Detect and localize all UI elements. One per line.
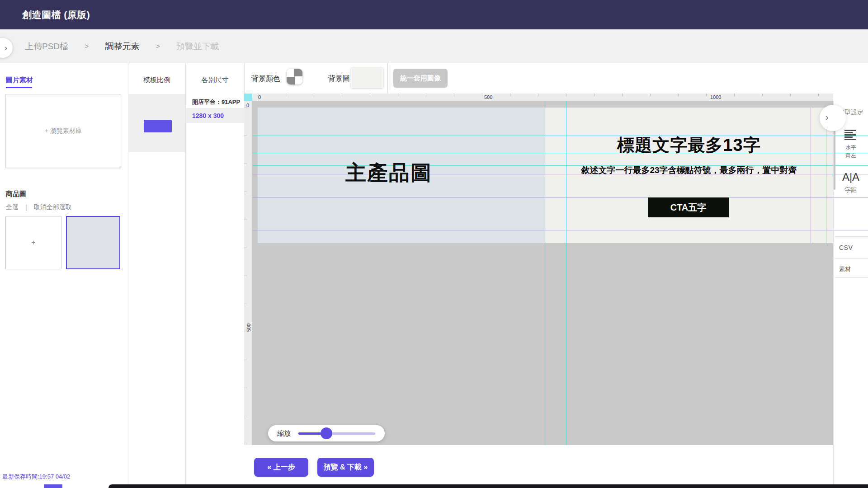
divider xyxy=(835,236,868,237)
divider xyxy=(835,258,868,259)
previous-step-button[interactable]: « 上一步 xyxy=(254,458,308,477)
toolbar-divider xyxy=(387,63,388,93)
ruler-corner xyxy=(244,94,252,101)
deselect-all-link[interactable]: 取消全部選取 xyxy=(34,203,72,211)
apply-image-to-all-button[interactable]: 統一套用圖像 xyxy=(393,69,448,88)
breadcrumb-separator: > xyxy=(156,42,160,51)
zoom-label: 縮放 xyxy=(277,429,291,438)
divider xyxy=(185,63,186,488)
divider xyxy=(835,277,868,278)
product-image-thumbnail-selected[interactable] xyxy=(66,216,120,269)
letter-spacing-icon[interactable]: A|A xyxy=(834,171,868,183)
app-header: 創造圖檔 (原版) xyxy=(0,0,868,29)
tab-image-assets[interactable]: 圖片素材 xyxy=(6,76,33,84)
ruler-label-1000: 1000 xyxy=(710,94,721,100)
previous-step-label: « 上一步 xyxy=(267,463,295,472)
product-images-heading: 商品圖 xyxy=(6,190,26,198)
add-product-image-button[interactable]: + xyxy=(5,216,61,269)
ruler-label-v0: 0 xyxy=(246,103,249,108)
bg-image-swatch[interactable] xyxy=(351,68,383,88)
ruler-label-500: 500 xyxy=(484,94,492,100)
selection-divider: ｜ xyxy=(23,203,29,211)
bg-color-label: 背景顏色 xyxy=(251,74,280,84)
zoom-control: 縮放 xyxy=(268,425,385,441)
preview-download-label: 預覽 & 下載 » xyxy=(324,463,368,472)
align-label-line2: 齊左 xyxy=(834,152,868,160)
cta-button-element[interactable]: CTA五字 xyxy=(648,197,729,217)
breadcrumb: 上傳PSD檔 > 調整元素 > 預覽並下載 xyxy=(25,29,219,63)
zoom-slider-track[interactable] xyxy=(298,432,375,435)
align-left-icon[interactable] xyxy=(844,130,857,141)
ruler-label-v500: 500 xyxy=(246,324,251,332)
app-window: 創造圖檔 (原版) 上傳PSD檔 > 調整元素 > 預覽並下載 › 圖片素材 +… xyxy=(0,0,868,488)
tab-active-underline xyxy=(6,87,32,88)
platform-row: 開店平台：91APP xyxy=(186,94,244,108)
size-column-header: 各別尺寸 xyxy=(186,76,244,84)
browse-library-label: + 瀏覽素材庫 xyxy=(45,127,82,135)
preview-download-button[interactable]: 預覽 & 下載 » xyxy=(317,458,374,477)
platform-label: 開店平台：91APP xyxy=(192,98,240,106)
description-placeholder-text[interactable]: 敘述文字一行最多23字含標點符號，最多兩行，置中對齊 xyxy=(545,164,833,176)
apply-image-to-all-label: 統一套用圖像 xyxy=(400,74,441,83)
breadcrumb-step-upload[interactable]: 上傳PSD檔 xyxy=(25,41,68,52)
bg-color-swatch[interactable] xyxy=(287,69,302,84)
cta-label: CTA五字 xyxy=(670,202,707,214)
bg-image-label: 背景圖 xyxy=(328,74,350,84)
ruler-label-0: 0 xyxy=(258,94,261,100)
browse-library-button[interactable]: + 瀏覽素材庫 xyxy=(5,94,121,168)
size-label: 1280 x 300 xyxy=(192,112,224,119)
horizontal-ruler: 0 500 1000 xyxy=(252,94,833,101)
collapse-right-panel-button[interactable]: › xyxy=(820,105,846,131)
letter-spacing-label: 字距 xyxy=(834,186,868,194)
guide-line xyxy=(252,197,868,198)
breadcrumb-step-preview: 預覽並下載 xyxy=(176,41,219,52)
selection-controls: 全選 ｜ 取消全部選取 xyxy=(6,203,72,211)
vertical-ruler: 0 500 xyxy=(244,101,252,445)
template-ratio-header: 模板比例 xyxy=(128,76,185,84)
bottom-strip xyxy=(108,484,868,488)
breadcrumb-step-adjust[interactable]: 調整元素 xyxy=(105,41,139,52)
zoom-slider-thumb[interactable] xyxy=(321,427,332,439)
guide-line xyxy=(252,230,868,230)
chevron-right-icon: › xyxy=(0,43,7,53)
bottom-strip-accent xyxy=(44,484,62,488)
app-title: 創造圖檔 (原版) xyxy=(22,0,90,29)
main-product-placeholder-text[interactable]: 主產品圖 xyxy=(260,159,518,187)
assets-menu-item[interactable]: 素材 xyxy=(839,265,851,273)
csv-menu-item[interactable]: CSV xyxy=(839,244,853,251)
plus-icon: + xyxy=(31,239,35,247)
template-ratio-swatch[interactable] xyxy=(144,120,172,132)
size-row-selected[interactable]: 1280 x 300 xyxy=(186,108,244,123)
chevron-right-icon: › xyxy=(826,112,829,122)
align-label-line1: 水平 xyxy=(834,144,868,151)
select-all-link[interactable]: 全選 xyxy=(6,203,19,211)
breadcrumb-separator: > xyxy=(85,42,89,51)
title-placeholder-text[interactable]: 標題文字最多13字 xyxy=(545,134,833,157)
last-saved-time: 最新保存時間:19:57 04/02 xyxy=(2,473,70,481)
